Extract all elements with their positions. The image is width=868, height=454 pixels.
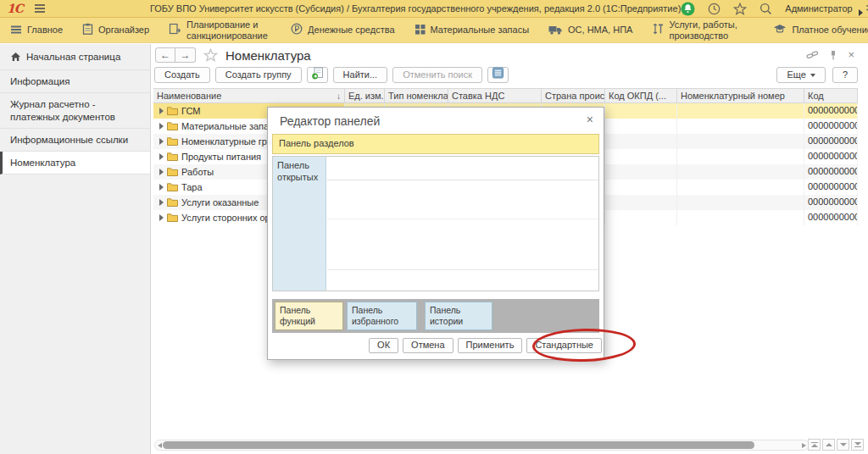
expand-arrow-icon[interactable] (159, 153, 164, 160)
column-header-label: Код (808, 91, 824, 101)
ribbon-section[interactable]: Платное обучение (773, 23, 868, 38)
find-button[interactable]: Найти... (333, 67, 388, 83)
sidebar-item-label: Начальная страница (26, 51, 120, 64)
sidebar-item[interactable]: Начальная страница (0, 46, 150, 70)
sidebar-item[interactable]: Номенклатура (0, 152, 150, 174)
scroll-right-icon[interactable] (802, 443, 806, 448)
apply-button[interactable]: Применить (458, 338, 523, 353)
horizontal-scrollbar[interactable] (154, 440, 810, 451)
window-title: ГОБУ ВПО Университет искусств (Субсидия)… (150, 3, 681, 14)
tools-icon (652, 23, 664, 38)
toolbar-right: Еще ? (776, 67, 858, 83)
help-button[interactable]: ? (832, 67, 858, 83)
empty-cell (605, 119, 677, 134)
column-header[interactable]: Ставка НДС (448, 89, 542, 102)
column-header[interactable]: Код ОКПД (... (605, 89, 677, 102)
main-menu-icon[interactable] (35, 4, 45, 13)
expand-arrow-icon[interactable] (159, 184, 164, 191)
scroll-left-icon[interactable] (158, 443, 162, 448)
create-group-button[interactable]: Создать группу (215, 67, 302, 83)
ribbon-section[interactable]: Органайзер (82, 23, 149, 38)
cancel-search-button[interactable]: Отменить поиск (392, 67, 482, 83)
panel-chip[interactable]: Панель функций текущего раздела (275, 302, 343, 330)
ribbon-section[interactable]: Материальные запасы (415, 23, 530, 38)
pin-icon[interactable] (830, 50, 837, 60)
expand-arrow-icon[interactable] (159, 123, 164, 130)
dialog-close-icon[interactable]: × (587, 114, 593, 125)
history-clock-icon[interactable] (708, 3, 721, 15)
go-up-button[interactable] (822, 439, 835, 451)
column-header[interactable]: Номенклатурный номер (677, 89, 804, 102)
planning-icon (169, 23, 181, 38)
empty-cell (677, 119, 804, 134)
create-button[interactable]: Создать (154, 67, 210, 83)
go-first-button[interactable] (808, 439, 821, 451)
expand-arrow-icon[interactable] (159, 199, 164, 206)
code-cell: 00000000005 (804, 210, 858, 225)
search-icon[interactable] (760, 3, 772, 15)
expand-arrow-icon[interactable] (159, 214, 164, 221)
folder-icon (167, 167, 178, 178)
column-header[interactable]: Страна происхо... (542, 89, 605, 102)
column-header[interactable]: Код (804, 89, 858, 102)
notifications-bell-icon[interactable] (681, 2, 695, 16)
forward-button[interactable]: → (175, 47, 196, 63)
panel-chip[interactable]: Панель истории (425, 302, 492, 330)
ribbon-section-label: Платное обучение (792, 25, 868, 36)
standard-button[interactable]: Стандартные (526, 338, 602, 353)
ribbon-section-label: Планирование и санкционирование (186, 19, 271, 41)
ribbon-more-arrow-icon[interactable] (859, 9, 863, 16)
favorite-star-icon[interactable] (203, 48, 218, 62)
copy-document-icon (311, 67, 324, 84)
favorites-star-icon[interactable] (733, 3, 747, 15)
current-user[interactable]: Администратор (785, 3, 852, 14)
column-header[interactable]: Тип номенклатуры (385, 89, 448, 102)
more-button[interactable]: Еще (776, 67, 825, 83)
sidebar-item[interactable]: Информация (0, 70, 150, 93)
go-last-button[interactable] (851, 439, 864, 451)
ribbon-section[interactable]: Главное (10, 23, 63, 38)
ribbon-section[interactable]: Услуги, работы, производство (652, 19, 754, 41)
column-header-label: Ставка НДС (452, 91, 504, 101)
ribbon-section-label: Денежные средства (308, 25, 394, 36)
ok-button[interactable]: ОК (369, 338, 398, 353)
sidebar-item[interactable]: Информационные ссылки (0, 129, 150, 152)
open-windows-panel-block[interactable]: Панель открытых (273, 157, 326, 291)
1c-logo: 1С (7, 2, 23, 15)
dialog-canvas: Панель открытых (272, 156, 599, 291)
column-header[interactable]: Ед. изм... (345, 89, 385, 102)
close-form-icon[interactable]: × (848, 51, 854, 59)
folder-icon (167, 121, 178, 132)
ribbon-section-label: Главное (27, 25, 63, 36)
sections-panel-block[interactable]: Панель разделов (272, 134, 599, 154)
cancel-button[interactable]: Отмена (403, 338, 453, 353)
ribbon-section[interactable]: Денежные средства (291, 23, 394, 38)
sidebar-item[interactable]: Журнал расчетно - платежных документов (0, 93, 150, 129)
column-header-label: Код ОКПД (... (609, 91, 666, 101)
column-header[interactable]: Наименование↓ (153, 89, 345, 102)
home-icon (10, 52, 21, 65)
column-header-label: Тип номенклатуры (388, 91, 448, 101)
canvas-divider (327, 269, 598, 270)
list-settings-button[interactable] (487, 67, 509, 83)
code-cell: 00000000001 (804, 164, 858, 180)
coin-icon (291, 23, 303, 38)
ribbon-section-label: Услуги, работы, производство (669, 19, 754, 41)
copy-item-button[interactable] (307, 67, 328, 83)
panel-chip[interactable]: Панель избранного (347, 302, 417, 330)
ribbon-section[interactable]: Планирование и санкционирование (169, 19, 271, 41)
empty-cell (605, 195, 677, 210)
go-down-button[interactable] (837, 439, 849, 451)
expand-arrow-icon[interactable] (159, 138, 164, 145)
group-name-label: Материальные запасы (181, 121, 281, 131)
form-window-icons: × (806, 50, 854, 60)
expand-arrow-icon[interactable] (159, 108, 164, 114)
ribbon-section[interactable]: ОС, НМА, НПА (548, 23, 632, 38)
sort-descending-icon: ↓ (337, 91, 341, 101)
empty-cell (677, 149, 804, 164)
link-icon[interactable] (806, 50, 819, 60)
group-name-label: Работы (181, 167, 214, 177)
expand-arrow-icon[interactable] (159, 169, 164, 175)
back-button[interactable]: ← (155, 47, 175, 63)
scrollbar-thumb[interactable] (163, 441, 754, 449)
